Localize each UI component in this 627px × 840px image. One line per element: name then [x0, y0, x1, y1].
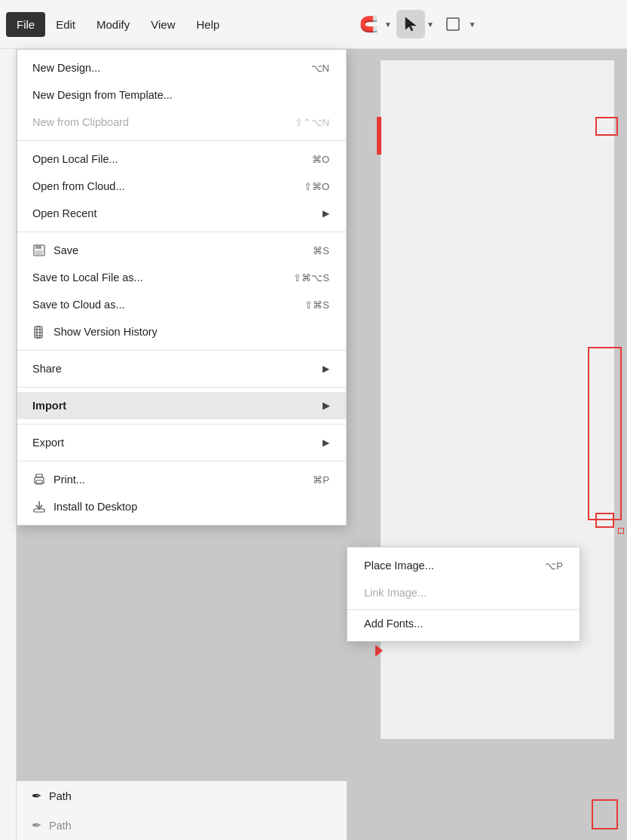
bottom-item-path[interactable]: ✒ Path	[17, 781, 347, 811]
bottom-menu: ✒ Path ✒ Path	[17, 780, 347, 840]
shape-icon	[445, 17, 460, 32]
red-arrow	[375, 645, 383, 657]
open-cloud-shortcut: ⇧⌘O	[304, 181, 329, 192]
import-label: Import	[32, 400, 66, 412]
left-sidebar	[0, 49, 17, 840]
menu-item-new-from-clipboard: New from Clipboard ⇧⌃⌥N	[17, 109, 346, 136]
open-local-label: Open Local File...	[32, 153, 118, 165]
menu-item-print[interactable]: Print... ⌘P	[17, 466, 346, 493]
export-label: Export	[32, 437, 64, 449]
toolbar-dropdown-1: 🧲 ▼	[354, 10, 392, 38]
menu-section-import: Import ▶	[17, 387, 346, 424]
menubar: File Edit Modify View Help	[0, 0, 347, 49]
open-recent-arrow-icon: ▶	[323, 208, 329, 219]
export-arrow-icon: ▶	[323, 437, 329, 448]
menu-item-version-history[interactable]: Show Version History	[17, 318, 346, 345]
toolbar-dropdown-2: ▼	[396, 10, 434, 38]
path2-label: Path	[49, 820, 72, 832]
add-fonts-label: Add Fonts...	[364, 618, 563, 630]
chevron-icon-3: ▼	[469, 20, 476, 29]
print-icon	[32, 473, 46, 486]
menu-view[interactable]: View	[140, 12, 185, 37]
pen-icon: ✒	[32, 789, 41, 803]
file-dropdown-menu: New Design... ⌥N New Design from Templat…	[17, 49, 347, 526]
install-icon	[32, 500, 46, 514]
toolbar-btn-magnet[interactable]: 🧲	[354, 10, 383, 38]
menu-section-open: Open Local File... ⌘O Open from Cloud...…	[17, 140, 346, 231]
menu-item-import[interactable]: Import ▶	[17, 392, 346, 419]
menu-modify[interactable]: Modify	[86, 12, 140, 37]
red-decoration-3	[595, 513, 614, 528]
pen2-icon: ✒	[32, 818, 41, 832]
red-left-bar	[377, 117, 381, 155]
path-label: Path	[49, 790, 72, 802]
submenu-item-place-image[interactable]: Place Image... ⌥P	[347, 552, 580, 579]
print-label: Print...	[54, 474, 85, 486]
menu-item-save-cloud[interactable]: Save to Cloud as... ⇧⌘S	[17, 291, 346, 318]
menu-item-install-desktop[interactable]: Install to Desktop	[17, 493, 346, 520]
menu-item-open-cloud[interactable]: Open from Cloud... ⇧⌘O	[17, 173, 346, 200]
menu-item-new-design[interactable]: New Design... ⌥N	[17, 54, 346, 81]
import-arrow-icon: ▶	[323, 400, 329, 411]
save-local-shortcut: ⇧⌘⌥S	[293, 272, 329, 284]
new-design-shortcut: ⌥N	[311, 63, 329, 74]
menu-file[interactable]: File	[6, 12, 45, 37]
menu-item-share[interactable]: Share ▶	[17, 355, 346, 382]
toolbar-btn-shape[interactable]	[439, 10, 467, 38]
import-submenu: Place Image... ⌥P Link Image... Add Font…	[347, 547, 580, 642]
print-shortcut: ⌘P	[313, 474, 329, 486]
new-template-label: New Design from Template...	[32, 89, 173, 101]
bottom-item-path2[interactable]: ✒ Path	[17, 811, 347, 840]
new-design-label: New Design...	[32, 62, 100, 74]
save-local-label: Save to Local File as...	[32, 271, 143, 284]
share-arrow-icon: ▶	[323, 363, 329, 374]
chevron-icon-1: ▼	[384, 20, 392, 29]
svg-rect-11	[36, 474, 42, 477]
save-cloud-shortcut: ⇧⌘S	[304, 299, 329, 311]
red-decoration-2	[588, 347, 622, 520]
red-decoration-4	[618, 528, 624, 534]
menu-section-print-install: Print... ⌘P Install to Desktop	[17, 461, 346, 525]
save-shortcut: ⌘S	[313, 245, 329, 256]
svg-rect-1	[447, 18, 459, 30]
save-label: Save	[54, 244, 78, 256]
menu-item-export[interactable]: Export ▶	[17, 429, 346, 456]
menu-help[interactable]: Help	[185, 12, 230, 37]
menu-item-new-from-template[interactable]: New Design from Template...	[17, 81, 346, 109]
menu-section-save: Save ⌘S Save to Local File as... ⇧⌘⌥S Sa…	[17, 231, 346, 350]
red-decoration-5	[592, 799, 618, 829]
svg-rect-4	[35, 250, 43, 255]
new-clipboard-label: New from Clipboard	[32, 116, 129, 128]
open-local-shortcut: ⌘O	[312, 154, 329, 165]
new-clipboard-shortcut: ⇧⌃⌥N	[295, 117, 329, 128]
submenu-item-add-fonts[interactable]: Add Fonts...	[347, 609, 580, 636]
open-cloud-label: Open from Cloud...	[32, 180, 125, 192]
version-history-icon	[32, 325, 46, 339]
place-image-shortcut: ⌥P	[545, 560, 563, 572]
save-cloud-label: Save to Cloud as...	[32, 299, 125, 311]
menu-item-save-local[interactable]: Save to Local File as... ⇧⌘⌥S	[17, 264, 346, 291]
menu-section-export: Export ▶	[17, 424, 346, 461]
toolbar-dropdown-3: ▼	[439, 10, 476, 38]
toolbar-right: 🧲 ▼ ▼ ▼	[347, 0, 627, 49]
menu-item-open-recent[interactable]: Open Recent ▶	[17, 200, 346, 227]
toolbar-btn-select[interactable]	[396, 10, 425, 38]
svg-marker-0	[405, 17, 416, 31]
menu-item-save[interactable]: Save ⌘S	[17, 237, 346, 264]
select-cursor-icon	[403, 17, 418, 32]
menu-section-share: Share ▶	[17, 350, 346, 387]
chevron-icon-2: ▼	[427, 20, 434, 29]
menu-edit[interactable]: Edit	[45, 12, 86, 37]
install-desktop-label: Install to Desktop	[54, 501, 137, 513]
red-decoration-1	[595, 117, 618, 136]
open-recent-label: Open Recent	[32, 207, 96, 219]
menu-item-open-local[interactable]: Open Local File... ⌘O	[17, 146, 346, 173]
link-image-label: Link Image...	[364, 587, 563, 599]
svg-rect-3	[35, 245, 41, 249]
submenu-item-link-image: Link Image...	[347, 579, 580, 606]
version-history-label: Show Version History	[54, 326, 158, 338]
share-label: Share	[32, 363, 62, 375]
place-image-label: Place Image...	[364, 559, 545, 572]
menu-section-new: New Design... ⌥N New Design from Templat…	[17, 50, 346, 140]
save-icon	[32, 244, 46, 257]
